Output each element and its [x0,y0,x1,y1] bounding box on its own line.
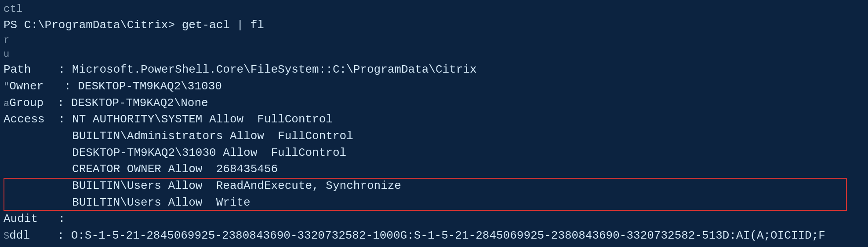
sddl-line-2: A;;;SY)(A;OICIID;FA;;;BA)(A;ID;FA;;;S-1-… [4,244,864,247]
terminal-window: ctl PS C:\ProgramData\Citrix> get-acl | … [0,0,868,247]
access-line-5-highlighted: BUILTIN\Users Allow ReadAndExecute, Sync… [4,178,864,195]
audit-line: Audit : [4,211,864,228]
access-line-1: Access : NT AUTHORITY\SYSTEM Allow FullC… [4,111,864,128]
group-line: aGroup : DESKTOP-TM9KAQ2\None [4,95,864,112]
access-line-4: CREATOR OWNER Allow 268435456 [4,161,864,178]
blank-line-1: r [4,33,864,48]
prompt-line: PS C:\ProgramData\Citrix> get-acl | fl [4,17,864,34]
access-line-6-highlighted: BUILTIN\Users Allow Write [4,195,864,211]
owner-line: "Owner : DESKTOP-TM9KAQ2\31030 [4,78,864,95]
partial-top-line: ctl [4,2,864,17]
access-line-3: DESKTOP-TM9KAQ2\31030 Allow FullControl [4,145,864,162]
highlighted-block: BUILTIN\Users Allow ReadAndExecute, Sync… [4,178,864,211]
path-line: Path : Microsoft.PowerShell.Core\FileSys… [4,62,864,78]
sddl-line-1: Sddl : O:S-1-5-21-2845069925-2380843690-… [4,228,864,244]
blank-line-2: u [4,48,864,62]
access-line-2: BUILTIN\Administrators Allow FullControl [4,128,864,145]
